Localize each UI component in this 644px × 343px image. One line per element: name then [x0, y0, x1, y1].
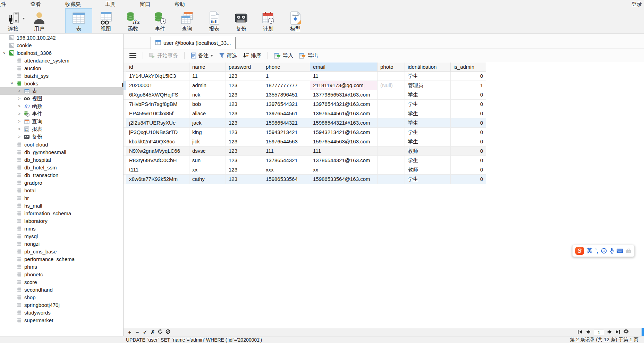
cell-id[interactable]: EP459v610Clxx85f — [126, 109, 189, 118]
cell-email[interactable]: 15976544563@163.com — [310, 137, 378, 147]
tree-item-db-information-schema[interactable]: information_schema — [0, 209, 123, 217]
chevron-collapsed-icon[interactable]: > — [17, 127, 22, 132]
cell-identification[interactable]: 学生 — [405, 156, 451, 165]
smiley-icon[interactable] — [601, 248, 607, 254]
tree-item-db-springbootj470j[interactable]: springbootj470j — [0, 301, 123, 309]
tree-item-db-baizhi-sys[interactable]: baizhi_sys — [0, 72, 123, 80]
cell-name[interactable]: rick — [189, 90, 226, 100]
next-page-icon[interactable] — [607, 329, 612, 335]
cell-password[interactable]: 123 — [226, 165, 263, 175]
toolbar-user-button[interactable]: 用户 — [26, 8, 53, 33]
tree-item-conn-196-100-100-242[interactable]: 196.100.100.242 — [0, 34, 123, 41]
cell-password[interactable]: 123 — [226, 72, 263, 81]
cell-password[interactable]: 123 — [226, 128, 263, 137]
tree-item-db-phms[interactable]: phms — [0, 263, 123, 270]
tree-item-books-tables[interactable]: >表 — [0, 87, 123, 95]
row-selector[interactable] — [124, 90, 126, 100]
tree-item-books-events[interactable]: >事件 — [0, 110, 123, 118]
row-selector[interactable] — [124, 156, 126, 165]
cell-email[interactable]: 15943213421@163.com — [310, 128, 378, 137]
cell-password[interactable]: 123 — [226, 118, 263, 128]
tab-user-books[interactable]: user @books (localhost_33... — [151, 37, 236, 49]
table-row[interactable]: EP459v610Clxx85faliace123139765445611397… — [126, 109, 486, 118]
chevron-collapsed-icon[interactable]: > — [17, 119, 22, 124]
tree-item-db-shop[interactable]: shop — [0, 293, 123, 301]
row-selector[interactable] — [124, 128, 126, 137]
cell-is_admin[interactable]: 0 — [451, 72, 486, 81]
tree-item-db-mysql[interactable]: mysql — [0, 232, 123, 240]
toolbar-table-button[interactable]: 表 — [65, 8, 92, 33]
column-header-photo[interactable]: photo — [378, 62, 405, 72]
tree-item-db-studywords[interactable]: studywords — [0, 309, 123, 316]
tree-item-db-hotel-ssm[interactable]: db_hotel_ssm — [0, 164, 123, 171]
cell-password[interactable]: 123 — [226, 175, 263, 184]
cell-is_admin[interactable]: 0 — [451, 147, 486, 156]
cell-name[interactable]: admin — [189, 81, 226, 90]
row-selector[interactable] — [124, 165, 126, 175]
toolbar-schedule-button[interactable]: 计划 — [255, 8, 282, 33]
cell-is_admin[interactable]: 0 — [451, 175, 486, 184]
tree-item-db-gradpro[interactable]: gradpro — [0, 179, 123, 186]
export-button[interactable]: 导出 — [297, 51, 320, 60]
cell-email[interactable]: xx — [310, 165, 378, 175]
chevron-collapsed-icon[interactable]: > — [17, 134, 22, 139]
cell-photo[interactable] — [378, 90, 405, 100]
cell-is_admin[interactable]: 0 — [451, 90, 486, 100]
cell-email[interactable]: 15986544321@163.com — [310, 118, 378, 128]
cell-email[interactable]: 13786544321@163.com — [310, 156, 378, 165]
cell-id[interactable]: 1Y14UAkYIXqL5lC3 — [126, 72, 189, 81]
cell-phone[interactable]: 15986533564 — [263, 175, 310, 184]
keyboard-icon[interactable] — [617, 249, 623, 253]
toolbar-function-button[interactable]: f(x)函数 — [119, 8, 146, 33]
first-page-icon[interactable] — [577, 329, 583, 335]
cell-is_admin[interactable]: 0 — [451, 109, 486, 118]
cell-password[interactable]: 123 — [226, 109, 263, 118]
stop-icon[interactable] — [164, 329, 171, 335]
tree-item-db-hospital[interactable]: db_hospital — [0, 156, 123, 164]
cell-password[interactable]: 123 — [226, 100, 263, 109]
cell-email[interactable]: 15986533564@163.com — [310, 175, 378, 184]
cell-phone[interactable]: 15943213421 — [263, 128, 310, 137]
gear-icon[interactable] — [624, 329, 629, 335]
grid-menu-button[interactable] — [128, 52, 138, 59]
tree-item-db-nongzi[interactable]: nongzi — [0, 240, 123, 248]
cell-phone[interactable]: xxx — [263, 165, 310, 175]
column-header-phone[interactable]: phone — [263, 62, 310, 72]
cell-photo[interactable] — [378, 165, 405, 175]
cell-is_admin[interactable]: 0 — [451, 137, 486, 147]
cell-name[interactable]: 11 — [189, 72, 226, 81]
tree-item-db-books[interactable]: >books — [0, 80, 123, 87]
cell-id[interactable]: N9Xw2gnaMVyqLC66 — [126, 147, 189, 156]
cell-is_admin[interactable]: 0 — [451, 118, 486, 128]
column-header-name[interactable]: name — [189, 62, 226, 72]
add-record-button[interactable]: + — [126, 329, 133, 335]
tree-item-conn-cookie[interactable]: cookie — [0, 41, 123, 49]
cell-identification[interactable]: 管理员 — [405, 81, 451, 90]
toolbar-event-button[interactable]: 事件 — [146, 8, 173, 33]
cell-phone[interactable]: 13976544321 — [263, 100, 310, 109]
tree-item-books-backups[interactable]: >备份 — [0, 133, 123, 141]
cell-phone[interactable]: 13557896451 — [263, 90, 310, 100]
menu-window[interactable]: 窗口 — [140, 1, 150, 8]
table-row[interactable]: 6IXgo845XWQHqjFSrick12313557896451137798… — [126, 90, 486, 100]
cell-name[interactable]: bob — [189, 100, 226, 109]
cell-phone[interactable]: 15976544563 — [263, 137, 310, 147]
punctuation-mode-icon[interactable]: ’, — [595, 248, 598, 254]
cell-id[interactable]: jP3QxgU10NBsSrTD — [126, 128, 189, 137]
page-number-input[interactable]: 1 — [594, 329, 604, 335]
cell-email[interactable]: 11 — [310, 72, 378, 81]
cell-identification[interactable]: 教师 — [405, 165, 451, 175]
table-row[interactable]: 20200001admin123187777777772118119173@qq… — [126, 81, 486, 90]
cell-name[interactable]: cathy — [189, 175, 226, 184]
connection-dropdown-caret[interactable] — [22, 8, 25, 28]
cell-name[interactable]: jack — [189, 118, 226, 128]
sort-button[interactable]: 排序 — [241, 51, 263, 60]
note-button[interactable]: 备注 — [189, 51, 215, 60]
tree-item-db-secondhand[interactable]: secondhand — [0, 286, 123, 293]
tree-item-db-performance-schema[interactable]: performance_schema — [0, 255, 123, 263]
cell-identification[interactable]: 学生 — [405, 118, 451, 128]
cell-is_admin[interactable]: 0 — [451, 128, 486, 137]
cell-identification[interactable]: 学生 — [405, 90, 451, 100]
menu-file[interactable]: 文件 — [0, 1, 6, 8]
row-selector[interactable] — [124, 118, 126, 128]
